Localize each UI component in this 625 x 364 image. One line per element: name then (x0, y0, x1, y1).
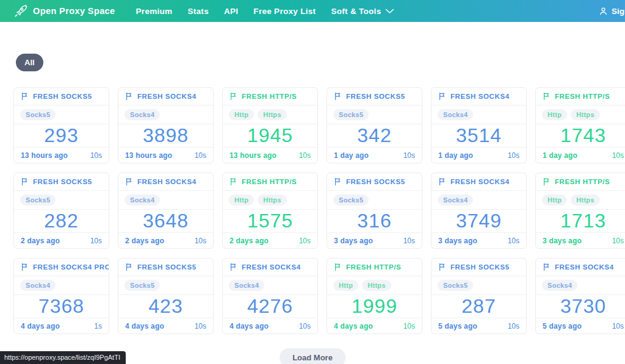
proxy-list-card[interactable]: FRESH SOCKS5 Socks5 287 5 days ago 10s (431, 258, 527, 334)
flag-icon (125, 92, 132, 101)
card-footer: 2 days ago 10s (118, 232, 213, 249)
flag-icon (334, 177, 341, 186)
card-tag-row: HttpHttps (327, 276, 422, 295)
refresh-interval: 10s (299, 237, 311, 245)
flag-icon (229, 177, 237, 186)
card-title: FRESH SOCKS4 (450, 93, 510, 100)
proxy-count: 3514 (432, 124, 526, 147)
proxy-list-card[interactable]: FRESH HTTP/S HttpHttps 1945 13 hours ago… (222, 87, 318, 163)
card-footer: 1 day ago 10s (327, 147, 422, 163)
updated-time: 2 days ago (125, 237, 164, 245)
nav-item-soft-and-tools[interactable]: Soft & Tools (331, 7, 394, 16)
flag-icon (21, 92, 28, 101)
updated-time: 5 days ago (543, 322, 582, 330)
proxy-list-card[interactable]: FRESH SOCKS4 Socks4 3514 1 day ago 10s (431, 87, 527, 163)
card-footer: 4 days ago 10s (223, 318, 317, 334)
card-footer: 2 days ago 10s (223, 232, 317, 249)
card-header: FRESH HTTP/S (536, 88, 625, 105)
nav-item-api[interactable]: API (224, 7, 238, 16)
card-tag-row: Socks5 (14, 105, 109, 124)
proxy-list-card[interactable]: FRESH SOCKS5 Socks5 282 2 days ago 10s (13, 173, 109, 249)
main-nav: Premium Stats API Free Proxy List Soft &… (136, 7, 395, 16)
flag-icon (438, 177, 446, 186)
card-header: FRESH SOCKS5 (118, 259, 213, 276)
proxy-list-card[interactable]: FRESH SOCKS5 Socks5 423 4 days ago 10s (118, 258, 214, 334)
proxy-count: 4276 (223, 295, 317, 318)
status-bar-url-tooltip: https://openproxy.space/list/zqI9PgAtTI (0, 351, 126, 364)
flag-icon (543, 177, 550, 186)
proxy-list-card[interactable]: FRESH SOCKS4 Socks4 3749 3 days ago 10s (431, 173, 527, 249)
updated-time: 4 days ago (125, 322, 164, 330)
refresh-interval: 10s (299, 151, 311, 160)
updated-time: 1 day ago (438, 151, 473, 160)
proxy-list-card[interactable]: FRESH SOCKS4 Socks4 3730 5 days ago 10s (535, 258, 625, 334)
card-tag-row: Socks4 (223, 276, 317, 295)
card-header: FRESH HTTP/S (223, 88, 317, 105)
proxy-list-card[interactable]: FRESH SOCKS4 Socks4 3898 13 hours ago 10… (118, 87, 214, 163)
refresh-interval: 10s (612, 237, 624, 245)
proxy-list-card[interactable]: FRESH HTTP/S HttpHttps 1999 4 days ago 1… (327, 258, 422, 334)
proxy-list-card[interactable]: FRESH SOCKS5 Socks5 293 13 hours ago 10s (13, 87, 109, 163)
card-header: FRESH SOCKS4 PROXYS (14, 259, 109, 276)
proxy-list-card[interactable]: FRESH SOCKS4 PROXYS Socks4 7368 4 days a… (13, 258, 109, 334)
proxy-count: 342 (327, 124, 422, 147)
proxy-list-card[interactable]: FRESH SOCKS4 Socks4 3648 2 days ago 10s (118, 173, 214, 249)
card-header: FRESH HTTP/S (536, 173, 625, 191)
card-title: FRESH HTTP/S (242, 178, 297, 185)
card-title: FRESH SOCKS4 (137, 178, 197, 185)
card-header: FRESH HTTP/S (327, 259, 422, 276)
flag-icon (125, 177, 132, 186)
nav-item-premium[interactable]: Premium (136, 7, 173, 16)
filter-all-button[interactable]: All (16, 54, 43, 71)
nav-item-stats[interactable]: Stats (187, 7, 209, 16)
protocol-tag: Socks5 (333, 109, 369, 120)
card-tag-row: Socks5 (327, 105, 422, 124)
card-title: FRESH SOCKS4 (242, 263, 301, 271)
user-icon (599, 7, 608, 16)
nav-item-free-proxy-list[interactable]: Free Proxy List (253, 7, 316, 16)
sign-in-link[interactable]: Sign In (599, 0, 625, 22)
card-title: FRESH SOCKS5 (346, 93, 405, 100)
card-header: FRESH SOCKS4 (223, 259, 317, 276)
protocol-tag: Socks5 (20, 194, 56, 205)
card-tag-row: HttpHttps (536, 191, 625, 210)
proxy-list-card[interactable]: FRESH HTTP/S HttpHttps 1575 2 days ago 1… (222, 173, 318, 249)
refresh-interval: 10s (299, 322, 311, 330)
load-more-button[interactable]: Load More (280, 348, 345, 364)
card-title: FRESH SOCKS4 (450, 178, 510, 185)
proxy-list-card[interactable]: FRESH HTTP/S HttpHttps 1743 1 day ago 10… (535, 87, 625, 163)
proxy-count: 1743 (536, 124, 625, 147)
protocol-tag: Socks4 (438, 109, 473, 120)
protocol-tag: Socks4 (125, 109, 160, 120)
card-footer: 13 hours ago 10s (118, 147, 213, 163)
flag-icon (229, 92, 237, 101)
refresh-interval: 10s (195, 151, 206, 160)
card-title: FRESH SOCKS5 (33, 93, 92, 100)
refresh-interval: 10s (195, 237, 206, 245)
card-title: FRESH SOCKS4 (555, 263, 614, 271)
updated-time: 5 days ago (438, 322, 477, 330)
proxy-count: 423 (118, 295, 213, 318)
updated-time: 4 days ago (21, 322, 60, 330)
proxy-list-card[interactable]: FRESH SOCKS5 Socks5 342 1 day ago 10s (327, 87, 422, 163)
refresh-interval: 10s (403, 237, 415, 245)
proxy-count: 1713 (536, 210, 625, 232)
updated-time: 13 hours ago (125, 151, 172, 160)
chevron-down-icon (385, 9, 394, 14)
brand-home-link[interactable]: Open Proxy Space (13, 4, 115, 18)
flag-icon (543, 263, 550, 271)
proxy-list-card[interactable]: FRESH SOCKS4 Socks4 4276 4 days ago 10s (222, 258, 318, 334)
card-footer: 5 days ago 10s (432, 318, 526, 334)
rocket-logo-icon (13, 4, 27, 18)
updated-time: 3 days ago (334, 237, 373, 245)
card-tag-row: Socks4 (432, 191, 526, 210)
proxy-list-card[interactable]: FRESH HTTP/S HttpHttps 1713 3 days ago 1… (535, 173, 625, 249)
protocol-tag: Socks4 (542, 280, 577, 291)
proxy-list-card[interactable]: FRESH SOCKS5 Socks5 316 3 days ago 10s (327, 173, 422, 249)
updated-time: 4 days ago (334, 322, 373, 330)
protocol-tag: Socks5 (125, 280, 160, 291)
card-tag-row: HttpHttps (223, 191, 317, 210)
card-footer: 3 days ago 10s (432, 232, 526, 249)
card-header: FRESH SOCKS4 (536, 259, 625, 276)
card-tag-row: Socks4 (118, 191, 213, 210)
